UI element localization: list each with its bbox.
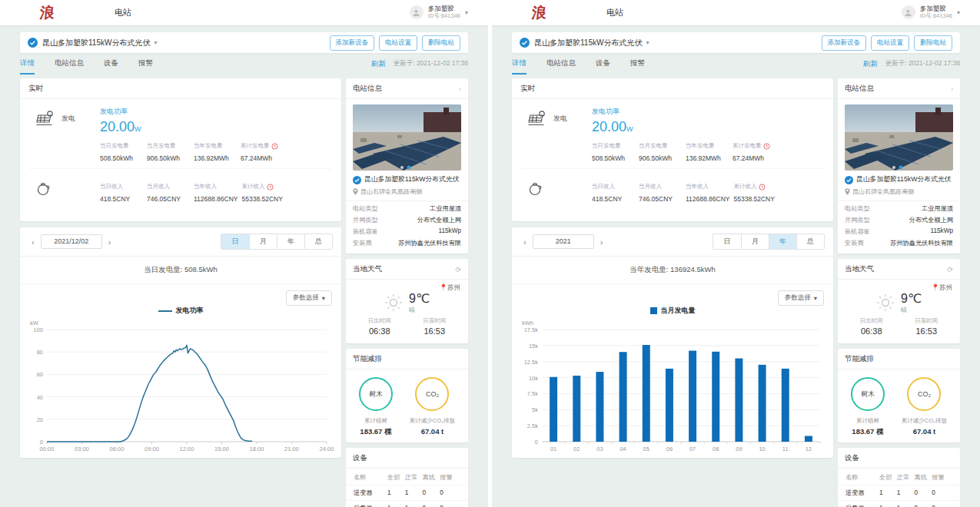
- chevron-down-icon[interactable]: ▾: [154, 39, 157, 46]
- chart-title: 当日发电量: 508.5kWh: [20, 257, 341, 284]
- station-selector[interactable]: 昆山多加塑胶115kW分布式光伏: [42, 38, 150, 48]
- history-clock-icon[interactable]: [271, 143, 278, 150]
- legend-item-monthly-energy[interactable]: 当月发电量: [512, 306, 833, 316]
- table-row: 逆变器1100: [838, 485, 960, 501]
- solar-panel-icon: [35, 110, 55, 128]
- svg-text:17.5k: 17.5k: [524, 326, 539, 333]
- sunrise-time: 06:38: [860, 326, 883, 336]
- chevron-right-icon[interactable]: ›: [459, 85, 461, 93]
- user-menu[interactable]: 多加塑胶 ID号:641346 ▾: [902, 5, 960, 19]
- devices-card: 设备 名称全部正常离线报警 逆变器1100 采集器1100: [838, 448, 960, 507]
- history-clock-icon[interactable]: [763, 143, 770, 150]
- period-tab-month[interactable]: 月: [249, 234, 277, 249]
- user-menu[interactable]: 多加塑胶 ID号:641346 ▾: [410, 5, 468, 19]
- location-pin-icon: [845, 188, 850, 195]
- tab-devices[interactable]: 设备: [596, 53, 610, 75]
- money-bag-icon: [527, 180, 544, 197]
- chevron-right-icon[interactable]: ›: [951, 85, 953, 93]
- period-tab-total[interactable]: 总: [796, 234, 824, 249]
- svg-text:02: 02: [573, 446, 580, 452]
- nav-item-stations[interactable]: 电站: [606, 7, 623, 18]
- prev-date-button[interactable]: ‹: [520, 237, 530, 247]
- refresh-link[interactable]: 刷新: [371, 59, 386, 69]
- co2-circle-icon: CO₂: [415, 377, 449, 411]
- date-picker[interactable]: 2021: [533, 234, 594, 249]
- period-tab-day[interactable]: 日: [221, 234, 249, 249]
- svg-text:18:00: 18:00: [250, 446, 264, 452]
- user-id: ID号:641346: [920, 13, 952, 20]
- tab-station-info[interactable]: 电站信息: [546, 53, 576, 75]
- svg-text:12: 12: [806, 446, 812, 452]
- power-label: 发电功率: [100, 107, 287, 117]
- station-settings-button[interactable]: 电站设置: [379, 35, 417, 51]
- param-select-button[interactable]: 参数选择▾: [286, 290, 332, 306]
- refresh-icon[interactable]: ⟳: [947, 266, 953, 273]
- chevron-down-icon[interactable]: ▾: [646, 39, 649, 46]
- period-tab-year[interactable]: 年: [769, 234, 796, 249]
- tab-alarms[interactable]: 报警: [630, 53, 645, 75]
- station-address: 昆山石牌金凤凰路南侧: [360, 187, 422, 196]
- sunrise-time: 06:38: [368, 326, 391, 336]
- nav-item-stations[interactable]: 电站: [115, 7, 131, 18]
- tab-devices[interactable]: 设备: [104, 53, 118, 75]
- carousel-dot[interactable]: [892, 166, 895, 169]
- svg-text:10: 10: [759, 446, 765, 452]
- next-date-button[interactable]: ›: [597, 237, 606, 247]
- brand-logo-icon: 浪: [39, 5, 55, 20]
- tab-detail[interactable]: 详情: [20, 53, 35, 75]
- check-icon: [845, 176, 853, 184]
- carousel-dot-active[interactable]: [407, 166, 411, 170]
- period-tab-month[interactable]: 月: [741, 234, 769, 249]
- weather-condition: 晴: [409, 306, 430, 314]
- next-date-button[interactable]: ›: [105, 237, 115, 247]
- station-selector-bar: 昆山多加塑胶115kW分布式光伏 ▾ 添加新设备 电站设置 删除电站: [512, 32, 960, 53]
- energy-stats: 当日发电量508.50kWh 当月发电量906.50kWh 当年发电量136.9…: [100, 142, 287, 162]
- tab-alarms[interactable]: 报警: [138, 53, 153, 75]
- weather-temp: 9℃: [409, 291, 430, 306]
- tab-detail[interactable]: 详情: [512, 53, 527, 75]
- refresh-icon[interactable]: ⟳: [455, 266, 461, 273]
- devices-table: 名称全部正常离线报警 逆变器1100 采集器1100: [346, 469, 468, 507]
- legend-item-power[interactable]: 发电功率: [20, 306, 341, 316]
- carousel-dot[interactable]: [400, 166, 404, 169]
- history-clock-icon[interactable]: [759, 184, 766, 191]
- svg-text:80: 80: [37, 349, 43, 356]
- delete-station-button[interactable]: 删除电站: [422, 35, 460, 51]
- station-info-name: 昆山多加塑胶115kW分布式光伏: [364, 175, 460, 184]
- add-device-button[interactable]: 添加新设备: [330, 35, 375, 51]
- table-row: 逆变器1100: [346, 485, 468, 501]
- trees-circle-icon: 树木: [851, 377, 885, 411]
- realtime-card: 实时 发电 发电功率 20.00W 当日发电量508.50kWh 当月发电量90…: [512, 78, 833, 221]
- weather-title: 当地天气: [845, 264, 947, 274]
- period-tab-year[interactable]: 年: [277, 234, 304, 249]
- generation-label: 发电: [553, 110, 567, 124]
- period-tab-total[interactable]: 总: [304, 234, 332, 249]
- line-legend-swatch: [158, 310, 172, 312]
- date-picker[interactable]: 2021/12/02: [41, 234, 102, 249]
- param-select-button[interactable]: 参数选择▾: [778, 290, 824, 306]
- svg-text:05: 05: [643, 446, 649, 452]
- yearly-chart-card: ‹ 2021 › 日 月 年 总 当年发电量: 136924.5kWh 参数选择…: [512, 227, 833, 458]
- weather-card: 当地天气⟳ 📍苏州 9℃晴 日出时间06:38 日落时间16:53: [838, 259, 960, 343]
- delete-station-button[interactable]: 删除电站: [914, 35, 952, 51]
- tab-station-info[interactable]: 电站信息: [55, 53, 84, 75]
- svg-text:11: 11: [782, 446, 789, 452]
- svg-text:00:00: 00:00: [40, 446, 55, 452]
- check-icon: [28, 38, 38, 48]
- station-photo[interactable]: [346, 99, 468, 174]
- devices-title: 设备: [845, 453, 953, 463]
- location-pin-icon: [353, 188, 358, 195]
- station-settings-button[interactable]: 电站设置: [871, 35, 909, 51]
- carousel-dot-active[interactable]: [899, 166, 903, 170]
- add-device-button[interactable]: 添加新设备: [822, 35, 867, 51]
- period-tab-day[interactable]: 日: [713, 234, 741, 249]
- station-selector[interactable]: 昆山多加塑胶115kW分布式光伏: [534, 38, 642, 48]
- svg-text:2.5k: 2.5k: [527, 422, 538, 429]
- daily-chart-card: ‹ 2021/12/02 › 日 月 年 总 当日发电量: 508.5kWh 参…: [20, 227, 341, 458]
- history-clock-icon[interactable]: [267, 184, 274, 191]
- refresh-link[interactable]: 刷新: [863, 59, 878, 69]
- monthly-energy-bar-chart: kWh02.5k5k7.5k10k12.5k15k17.5k0102030405…: [517, 316, 828, 454]
- station-photo[interactable]: [838, 99, 960, 174]
- prev-date-button[interactable]: ‹: [28, 237, 38, 247]
- svg-text:12:00: 12:00: [180, 446, 194, 452]
